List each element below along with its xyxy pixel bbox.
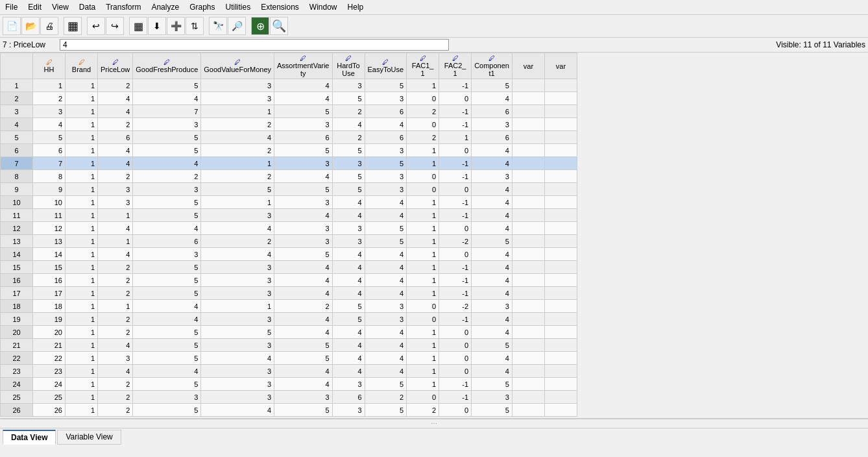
cell-PriceLow[interactable]: 2 xyxy=(98,118,133,131)
cell-PriceLow[interactable]: 6 xyxy=(98,131,133,144)
search-btn[interactable]: 🔍 xyxy=(270,17,288,35)
col-header-AssortmentVariety[interactable]: 🖊AssortmentVariety xyxy=(274,53,333,79)
cell-var2[interactable] xyxy=(544,248,577,261)
cell-FAC2_1[interactable]: -2 xyxy=(439,235,472,248)
add-cases-btn[interactable]: ➕ xyxy=(167,17,185,35)
cell-GoodFreshProduce[interactable]: 3 xyxy=(133,391,201,404)
zoom-in-btn[interactable]: ⊕ xyxy=(251,17,269,35)
cell-var1[interactable] xyxy=(512,170,544,183)
table-row[interactable]: 151512534441-14 xyxy=(1,261,577,274)
cell-GoodFreshProduce[interactable]: 4 xyxy=(133,313,201,326)
table-row[interactable]: 252512333620-13 xyxy=(1,391,577,404)
cell-PriceLow[interactable]: 1 xyxy=(98,209,133,222)
cell-Brand[interactable]: 1 xyxy=(66,352,98,365)
cell-EasyToUse[interactable]: 3 xyxy=(365,300,407,313)
cell-HH[interactable]: 14 xyxy=(33,248,66,261)
redo-btn[interactable]: ↪ xyxy=(106,17,124,35)
table-row[interactable]: 171712534441-14 xyxy=(1,287,577,300)
cell-GoodValueForMoney[interactable]: 2 xyxy=(201,170,274,183)
cell-var1[interactable] xyxy=(512,274,544,287)
cell-FAC2_1[interactable]: 1 xyxy=(439,131,472,144)
cell-FAC2_1[interactable]: -1 xyxy=(439,170,472,183)
cell-var1[interactable] xyxy=(512,339,544,352)
cell-var2[interactable] xyxy=(544,222,577,235)
cell-GoodValueForMoney[interactable]: 3 xyxy=(201,313,274,326)
cell-PriceLow[interactable]: 3 xyxy=(98,183,133,196)
cell-AssortmentVariety[interactable]: 3 xyxy=(274,196,333,209)
cell-var2[interactable] xyxy=(544,339,577,352)
cell-AssortmentVariety[interactable]: 3 xyxy=(274,235,333,248)
cell-Brand[interactable]: 1 xyxy=(66,248,98,261)
table-row[interactable]: 21211453544105 xyxy=(1,339,577,352)
cell-Brand[interactable]: 1 xyxy=(66,105,98,118)
cell-HH[interactable]: 26 xyxy=(33,404,66,417)
cell-GoodFreshProduce[interactable]: 5 xyxy=(133,196,201,209)
cell-Component1[interactable]: 3 xyxy=(472,391,512,404)
cell-Component1[interactable]: 4 xyxy=(472,157,512,170)
cell-PriceLow[interactable]: 4 xyxy=(98,144,133,157)
cell-EasyToUse[interactable]: 4 xyxy=(365,196,407,209)
cell-GoodFreshProduce[interactable]: 4 xyxy=(133,365,201,378)
table-row[interactable]: 1112534351-15 xyxy=(1,79,577,92)
cell-GoodValueForMoney[interactable]: 1 xyxy=(201,157,274,170)
cell-FAC1_1[interactable]: 1 xyxy=(407,287,439,300)
cell-var1[interactable] xyxy=(512,92,544,105)
table-row[interactable]: 12121444335104 xyxy=(1,222,577,235)
cell-Brand[interactable]: 1 xyxy=(66,365,98,378)
cell-var1[interactable] xyxy=(512,105,544,118)
cell-HH[interactable]: 15 xyxy=(33,261,66,274)
cell-FAC1_1[interactable]: 1 xyxy=(407,157,439,170)
cell-EasyToUse[interactable]: 2 xyxy=(365,391,407,404)
cell-FAC2_1[interactable]: -1 xyxy=(439,391,472,404)
cell-FAC1_1[interactable]: 2 xyxy=(407,131,439,144)
cell-Component1[interactable]: 4 xyxy=(472,183,512,196)
cell-AssortmentVariety[interactable]: 4 xyxy=(274,326,333,339)
col-header-Component1[interactable]: 🖊Component1 xyxy=(472,53,512,79)
cell-Brand[interactable]: 1 xyxy=(66,196,98,209)
col-header-PriceLow[interactable]: 🖊PriceLow xyxy=(98,53,133,79)
cell-AssortmentVariety[interactable]: 3 xyxy=(274,222,333,235)
cell-Component1[interactable]: 5 xyxy=(472,79,512,92)
cell-var2[interactable] xyxy=(544,287,577,300)
cell-GoodValueForMoney[interactable]: 4 xyxy=(201,222,274,235)
cell-GoodValueForMoney[interactable]: 3 xyxy=(201,274,274,287)
cell-AssortmentVariety[interactable]: 3 xyxy=(274,118,333,131)
cell-FAC2_1[interactable]: -1 xyxy=(439,274,472,287)
cell-var2[interactable] xyxy=(544,183,577,196)
table-row[interactable]: 111111534441-14 xyxy=(1,209,577,222)
cell-GoodValueForMoney[interactable]: 4 xyxy=(201,404,274,417)
cell-var2[interactable] xyxy=(544,92,577,105)
cell-FAC1_1[interactable]: 0 xyxy=(407,170,439,183)
table-row[interactable]: 131311623351-25 xyxy=(1,235,577,248)
cell-AssortmentVariety[interactable]: 5 xyxy=(274,404,333,417)
table-row[interactable]: 4412323440-13 xyxy=(1,118,577,131)
cell-EasyToUse[interactable]: 3 xyxy=(365,144,407,157)
cell-GoodValueForMoney[interactable]: 3 xyxy=(201,209,274,222)
cell-PriceLow[interactable]: 2 xyxy=(98,274,133,287)
cell-Component1[interactable]: 4 xyxy=(472,326,512,339)
insert-var-btn[interactable]: ⬇ xyxy=(148,17,166,35)
table-row[interactable]: 221443453004 xyxy=(1,92,577,105)
cell-AssortmentVariety[interactable]: 4 xyxy=(274,365,333,378)
cell-FAC2_1[interactable]: -1 xyxy=(439,105,472,118)
cell-GoodFreshProduce[interactable]: 5 xyxy=(133,144,201,157)
cell-EasyToUse[interactable]: 4 xyxy=(365,118,407,131)
cell-FAC2_1[interactable]: 0 xyxy=(439,183,472,196)
cell-Brand[interactable]: 1 xyxy=(66,144,98,157)
cell-AssortmentVariety[interactable]: 5 xyxy=(274,105,333,118)
cell-FAC2_1[interactable]: -2 xyxy=(439,300,472,313)
cell-var1[interactable] xyxy=(512,222,544,235)
cell-GoodValueForMoney[interactable]: 4 xyxy=(201,131,274,144)
cell-AssortmentVariety[interactable]: 4 xyxy=(274,209,333,222)
print-btn[interactable]: 🖨 xyxy=(40,17,58,35)
cell-FAC2_1[interactable]: 0 xyxy=(439,365,472,378)
cell-FAC2_1[interactable]: -1 xyxy=(439,287,472,300)
cell-AssortmentVariety[interactable]: 4 xyxy=(274,313,333,326)
cell-FAC1_1[interactable]: 1 xyxy=(407,235,439,248)
cell-var2[interactable] xyxy=(544,313,577,326)
cell-Component1[interactable]: 3 xyxy=(472,170,512,183)
cell-HardToUse[interactable]: 5 xyxy=(332,183,365,196)
cell-HH[interactable]: 21 xyxy=(33,339,66,352)
cell-Component1[interactable]: 4 xyxy=(472,313,512,326)
col-header-FAC2_1[interactable]: 🖊FAC2_1 xyxy=(439,53,472,79)
